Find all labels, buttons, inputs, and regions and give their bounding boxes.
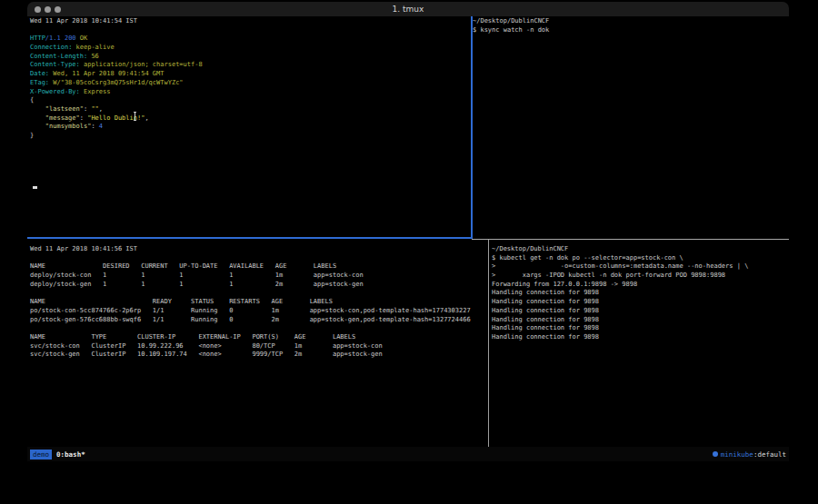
pane-divider-horizontal-active[interactable] — [27, 237, 473, 239]
header-value: 56 — [87, 53, 99, 60]
terminal-window: 1. tmux Wed 11 Apr 2018 10:41:54 IST HTT… — [27, 2, 789, 461]
table-row: svc/stock-con ClusterIP 10.99.222.96 <no… — [30, 342, 486, 351]
terminal-cursor — [33, 186, 37, 189]
http-header-line: X-Powered-By:Express — [30, 88, 470, 97]
header-value: application/json; charset=utf-8 — [80, 61, 203, 68]
timestamp: Wed 11 Apr 2018 10:41:56 IST — [30, 245, 486, 254]
http-status-line: HTTP/1.1 200OK — [30, 35, 470, 44]
pane-port-forward[interactable]: ~/Desktop/DublinCNCF $ kubectl get -n do… — [492, 245, 786, 445]
pane-http-response[interactable]: Wed 11 Apr 2018 10:41:54 IST HTTP/1.1 20… — [30, 17, 470, 237]
table-row: po/stock-gen-576cc688bb-swqf6 1/1 Runnin… — [30, 316, 486, 325]
http-header-line: Date:Wed, 11 Apr 2018 09:41:54 GMT — [30, 70, 470, 79]
pane-divider-vertical-bottom[interactable] — [488, 240, 489, 447]
table-row: deploy/stock-con 1 1 1 1 1m app=stock-co… — [30, 272, 486, 281]
shell-line: Handling connection for 9898 — [492, 333, 786, 342]
http-header-line: Content-Length:56 — [30, 53, 470, 62]
window-title: 1. tmux — [27, 5, 789, 14]
shell-line: Handling connection for 9898 — [492, 289, 786, 298]
header-name: Date: — [30, 70, 49, 77]
http-version-code: /1.1 200 — [45, 35, 76, 42]
json-field-line: "lastseen": "", — [30, 105, 470, 114]
header-name: Content-Type: — [30, 61, 80, 68]
blank-line — [30, 289, 486, 298]
pane-kubectl-get[interactable]: Wed 11 Apr 2018 10:41:56 IST NAME DESIRE… — [30, 245, 486, 445]
kubernetes-icon — [713, 451, 718, 457]
shell-line: Handling connection for 9898 — [492, 307, 786, 316]
window-tab-label[interactable]: 0:bash* — [56, 450, 85, 459]
kube-context: minikube — [721, 450, 753, 459]
shell-line: Forwarding from 127.0.0.1:9898 -> 9898 — [492, 281, 786, 290]
shell-line: $ kubectl get -n dok po --selector=app=s… — [492, 254, 786, 263]
shell-line: Handling connection for 9898 — [492, 316, 786, 325]
header-value: Express — [80, 88, 111, 95]
pane-ksync[interactable]: ~/Desktop/DublinCNCF $ ksync watch -n do… — [473, 17, 786, 237]
shell-line: ~/Desktop/DublinCNCF — [473, 17, 786, 26]
json-field-line: "numsymbols": 4 — [30, 123, 470, 132]
http-header-line: ETag:W/"38-05coCsrg3mQ75sHr1d/qcWTwYZc" — [30, 79, 470, 88]
json-separator: : — [91, 123, 98, 130]
json-key: "lastseen" — [45, 105, 84, 113]
window-titlebar[interactable]: 1. tmux — [27, 2, 789, 16]
http-protocol: HTTP — [30, 35, 45, 42]
json-field-line: "message": "Hello Dublin!", — [30, 114, 470, 124]
mouse-ibeam-cursor — [133, 112, 137, 121]
pane-divider-horizontal[interactable] — [472, 239, 789, 240]
kube-namespace: :default — [753, 450, 786, 459]
shell-line: $ ksync watch -n dok — [473, 26, 786, 35]
timestamp: Wed 11 Apr 2018 10:41:54 IST — [30, 17, 470, 26]
header-value: W/"38-05coCsrg3mQ75sHr1d/qcWTwYZc" — [49, 79, 183, 86]
json-close-brace: } — [30, 132, 470, 141]
session-name-badge: demo — [30, 450, 52, 460]
header-name: X-Powered-By: — [30, 88, 80, 95]
deployments-header-row: NAME DESIRED CURRENT UP-TO-DATE AVAILABL… — [30, 262, 486, 272]
blank-line — [30, 254, 486, 263]
json-open-brace: { — [30, 96, 470, 105]
shell-line: Handling connection for 9898 — [492, 298, 786, 307]
screen: 1. tmux Wed 11 Apr 2018 10:41:54 IST HTT… — [0, 0, 818, 504]
header-value: Wed, 11 Apr 2018 09:41:54 GMT — [49, 70, 164, 77]
http-reason: OK — [76, 35, 88, 42]
http-header-line: Content-Type:application/json; charset=u… — [30, 61, 470, 70]
tmux-status-bar: demo 0:bash* minikube :default — [27, 447, 789, 461]
shell-line: > -o=custom-columns=:metadata.name --no-… — [492, 262, 786, 272]
json-key: "numsymbols" — [45, 123, 92, 130]
json-comma: , — [99, 105, 103, 113]
header-name: ETag: — [30, 79, 49, 86]
json-comma: , — [145, 114, 148, 122]
services-header-row: NAME TYPE CLUSTER-IP EXTERNAL-IP PORT(S)… — [30, 333, 486, 342]
json-key: "message" — [45, 114, 80, 122]
table-row: svc/stock-gen ClusterIP 10.109.197.74 <n… — [30, 351, 486, 360]
status-left: demo 0:bash* — [30, 450, 85, 460]
table-row: po/stock-con-5cc874766c-2p6rp 1/1 Runnin… — [30, 307, 486, 316]
http-header-line: Connection:keep-alive — [30, 44, 470, 53]
header-name: Connection: — [30, 44, 72, 51]
shell-line: Handling connection for 9898 — [492, 324, 786, 333]
status-right: minikube :default — [713, 450, 786, 459]
json-separator: : — [80, 114, 87, 122]
blank-line — [30, 324, 486, 333]
json-value: 4 — [99, 123, 103, 130]
json-value: "" — [91, 105, 98, 113]
table-row: deploy/stock-gen 1 1 1 1 2m app=stock-ge… — [30, 281, 486, 290]
header-value: keep-alive — [72, 44, 114, 51]
shell-line: > xargs -IPOD kubectl -n dok port-forwar… — [492, 272, 786, 281]
pods-header-row: NAME READY STATUS RESTARTS AGE LABELS — [30, 298, 486, 307]
header-name: Content-Length: — [30, 53, 87, 60]
shell-line: ~/Desktop/DublinCNCF — [492, 245, 786, 254]
blank-line — [30, 26, 470, 35]
